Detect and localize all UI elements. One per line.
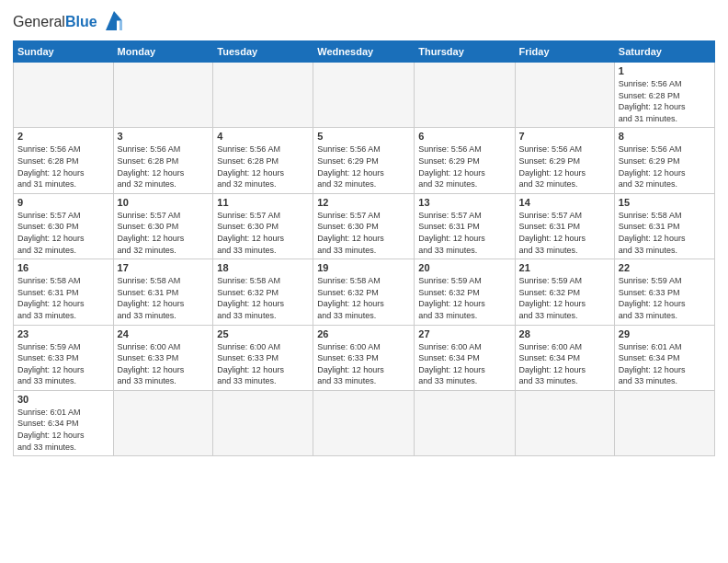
day-number: 2 bbox=[17, 131, 109, 142]
day-info: Sunrise: 5:57 AMSunset: 6:30 PMDaylight:… bbox=[17, 210, 109, 256]
day-info: Sunrise: 5:56 AMSunset: 6:28 PMDaylight:… bbox=[619, 78, 711, 124]
day-number: 14 bbox=[519, 197, 610, 208]
calendar-cell: 29Sunrise: 6:01 AMSunset: 6:34 PMDayligh… bbox=[614, 325, 714, 390]
day-info: Sunrise: 5:58 AMSunset: 6:32 PMDaylight:… bbox=[217, 275, 309, 321]
day-number: 25 bbox=[217, 328, 309, 339]
day-info: Sunrise: 5:57 AMSunset: 6:31 PMDaylight:… bbox=[519, 210, 610, 256]
calendar-week-3: 9Sunrise: 5:57 AMSunset: 6:30 PMDaylight… bbox=[14, 193, 715, 259]
day-number: 5 bbox=[317, 131, 410, 142]
day-info: Sunrise: 5:57 AMSunset: 6:30 PMDaylight:… bbox=[217, 210, 309, 256]
day-number: 3 bbox=[118, 131, 210, 142]
page: GeneralBlue SundayMondayTuesdayWednesday… bbox=[0, 0, 728, 465]
calendar-cell: 7Sunrise: 5:56 AMSunset: 6:29 PMDaylight… bbox=[515, 128, 614, 193]
calendar-cell: 23Sunrise: 5:59 AMSunset: 6:33 PMDayligh… bbox=[14, 325, 114, 390]
day-number: 18 bbox=[217, 262, 309, 273]
day-info: Sunrise: 5:56 AMSunset: 6:29 PMDaylight:… bbox=[418, 144, 510, 190]
day-number: 4 bbox=[217, 131, 309, 142]
calendar-cell bbox=[313, 390, 415, 455]
calendar-cell: 9Sunrise: 5:57 AMSunset: 6:30 PMDaylight… bbox=[14, 193, 114, 259]
day-number: 9 bbox=[17, 197, 109, 208]
day-info: Sunrise: 5:58 AMSunset: 6:31 PMDaylight:… bbox=[17, 275, 109, 321]
calendar-cell: 27Sunrise: 6:00 AMSunset: 6:34 PMDayligh… bbox=[415, 325, 515, 390]
calendar-cell: 11Sunrise: 5:57 AMSunset: 6:30 PMDayligh… bbox=[213, 193, 313, 259]
day-number: 15 bbox=[619, 197, 711, 208]
calendar-cell: 30Sunrise: 6:01 AMSunset: 6:34 PMDayligh… bbox=[14, 390, 114, 455]
weekday-header-monday: Monday bbox=[113, 41, 213, 63]
weekday-header-saturday: Saturday bbox=[614, 41, 714, 63]
day-number: 12 bbox=[317, 197, 410, 208]
day-number: 27 bbox=[418, 328, 510, 339]
calendar-cell bbox=[213, 63, 313, 128]
day-number: 30 bbox=[17, 394, 109, 405]
calendar-week-6: 30Sunrise: 6:01 AMSunset: 6:34 PMDayligh… bbox=[14, 390, 715, 455]
calendar-cell: 21Sunrise: 5:59 AMSunset: 6:32 PMDayligh… bbox=[515, 259, 614, 325]
day-number: 22 bbox=[619, 262, 711, 273]
calendar-cell: 24Sunrise: 6:00 AMSunset: 6:33 PMDayligh… bbox=[113, 325, 213, 390]
calendar: SundayMondayTuesdayWednesdayThursdayFrid… bbox=[13, 40, 715, 456]
day-info: Sunrise: 6:01 AMSunset: 6:34 PMDaylight:… bbox=[17, 407, 109, 453]
day-info: Sunrise: 6:01 AMSunset: 6:34 PMDaylight:… bbox=[619, 341, 711, 387]
calendar-cell: 12Sunrise: 5:57 AMSunset: 6:30 PMDayligh… bbox=[313, 193, 415, 259]
calendar-cell: 5Sunrise: 5:56 AMSunset: 6:29 PMDaylight… bbox=[313, 128, 415, 193]
weekday-header-wednesday: Wednesday bbox=[313, 41, 415, 63]
day-number: 19 bbox=[317, 262, 410, 273]
day-info: Sunrise: 5:56 AMSunset: 6:29 PMDaylight:… bbox=[619, 144, 711, 190]
weekday-header-row: SundayMondayTuesdayWednesdayThursdayFrid… bbox=[14, 41, 715, 63]
calendar-cell: 1Sunrise: 5:56 AMSunset: 6:28 PMDaylight… bbox=[614, 63, 714, 128]
day-number: 17 bbox=[118, 262, 210, 273]
calendar-cell: 2Sunrise: 5:56 AMSunset: 6:28 PMDaylight… bbox=[14, 128, 114, 193]
day-info: Sunrise: 5:56 AMSunset: 6:28 PMDaylight:… bbox=[118, 144, 210, 190]
weekday-header-friday: Friday bbox=[515, 41, 614, 63]
calendar-cell: 16Sunrise: 5:58 AMSunset: 6:31 PMDayligh… bbox=[14, 259, 114, 325]
calendar-cell: 19Sunrise: 5:58 AMSunset: 6:32 PMDayligh… bbox=[313, 259, 415, 325]
day-info: Sunrise: 5:59 AMSunset: 6:33 PMDaylight:… bbox=[17, 341, 109, 387]
calendar-cell bbox=[313, 63, 415, 128]
calendar-week-4: 16Sunrise: 5:58 AMSunset: 6:31 PMDayligh… bbox=[14, 259, 715, 325]
day-info: Sunrise: 5:58 AMSunset: 6:31 PMDaylight:… bbox=[118, 275, 210, 321]
day-number: 29 bbox=[619, 328, 711, 339]
calendar-cell: 14Sunrise: 5:57 AMSunset: 6:31 PMDayligh… bbox=[515, 193, 614, 259]
day-number: 24 bbox=[118, 328, 210, 339]
weekday-header-tuesday: Tuesday bbox=[213, 41, 313, 63]
calendar-cell: 18Sunrise: 5:58 AMSunset: 6:32 PMDayligh… bbox=[213, 259, 313, 325]
calendar-cell: 6Sunrise: 5:56 AMSunset: 6:29 PMDaylight… bbox=[415, 128, 515, 193]
day-number: 21 bbox=[519, 262, 610, 273]
day-info: Sunrise: 6:00 AMSunset: 6:34 PMDaylight:… bbox=[418, 341, 510, 387]
day-number: 13 bbox=[418, 197, 510, 208]
day-number: 23 bbox=[17, 328, 109, 339]
day-info: Sunrise: 5:59 AMSunset: 6:33 PMDaylight:… bbox=[619, 275, 711, 321]
calendar-cell bbox=[515, 390, 614, 455]
day-info: Sunrise: 6:00 AMSunset: 6:34 PMDaylight:… bbox=[519, 341, 610, 387]
calendar-week-1: 1Sunrise: 5:56 AMSunset: 6:28 PMDaylight… bbox=[14, 63, 715, 128]
calendar-cell: 10Sunrise: 5:57 AMSunset: 6:30 PMDayligh… bbox=[113, 193, 213, 259]
day-number: 28 bbox=[519, 328, 610, 339]
calendar-cell: 26Sunrise: 6:00 AMSunset: 6:33 PMDayligh… bbox=[313, 325, 415, 390]
day-info: Sunrise: 6:00 AMSunset: 6:33 PMDaylight:… bbox=[217, 341, 309, 387]
day-info: Sunrise: 5:56 AMSunset: 6:29 PMDaylight:… bbox=[519, 144, 610, 190]
calendar-cell: 3Sunrise: 5:56 AMSunset: 6:28 PMDaylight… bbox=[113, 128, 213, 193]
day-number: 16 bbox=[17, 262, 109, 273]
day-info: Sunrise: 6:00 AMSunset: 6:33 PMDaylight:… bbox=[317, 341, 410, 387]
day-info: Sunrise: 5:57 AMSunset: 6:30 PMDaylight:… bbox=[317, 210, 410, 256]
day-number: 8 bbox=[619, 131, 711, 142]
calendar-cell: 13Sunrise: 5:57 AMSunset: 6:31 PMDayligh… bbox=[415, 193, 515, 259]
calendar-cell: 8Sunrise: 5:56 AMSunset: 6:29 PMDaylight… bbox=[614, 128, 714, 193]
day-number: 11 bbox=[217, 197, 309, 208]
weekday-header-sunday: Sunday bbox=[14, 41, 114, 63]
day-number: 1 bbox=[619, 65, 711, 76]
calendar-week-5: 23Sunrise: 5:59 AMSunset: 6:33 PMDayligh… bbox=[14, 325, 715, 390]
day-info: Sunrise: 5:56 AMSunset: 6:29 PMDaylight:… bbox=[317, 144, 410, 190]
day-info: Sunrise: 6:00 AMSunset: 6:33 PMDaylight:… bbox=[118, 341, 210, 387]
day-info: Sunrise: 5:58 AMSunset: 6:32 PMDaylight:… bbox=[317, 275, 410, 321]
calendar-cell bbox=[415, 390, 515, 455]
day-info: Sunrise: 5:59 AMSunset: 6:32 PMDaylight:… bbox=[418, 275, 510, 321]
weekday-header-thursday: Thursday bbox=[415, 41, 515, 63]
calendar-cell bbox=[415, 63, 515, 128]
calendar-week-2: 2Sunrise: 5:56 AMSunset: 6:28 PMDaylight… bbox=[14, 128, 715, 193]
calendar-cell: 22Sunrise: 5:59 AMSunset: 6:33 PMDayligh… bbox=[614, 259, 714, 325]
calendar-cell bbox=[113, 63, 213, 128]
calendar-cell: 25Sunrise: 6:00 AMSunset: 6:33 PMDayligh… bbox=[213, 325, 313, 390]
calendar-cell: 20Sunrise: 5:59 AMSunset: 6:32 PMDayligh… bbox=[415, 259, 515, 325]
day-info: Sunrise: 5:57 AMSunset: 6:31 PMDaylight:… bbox=[418, 210, 510, 256]
day-number: 20 bbox=[418, 262, 510, 273]
